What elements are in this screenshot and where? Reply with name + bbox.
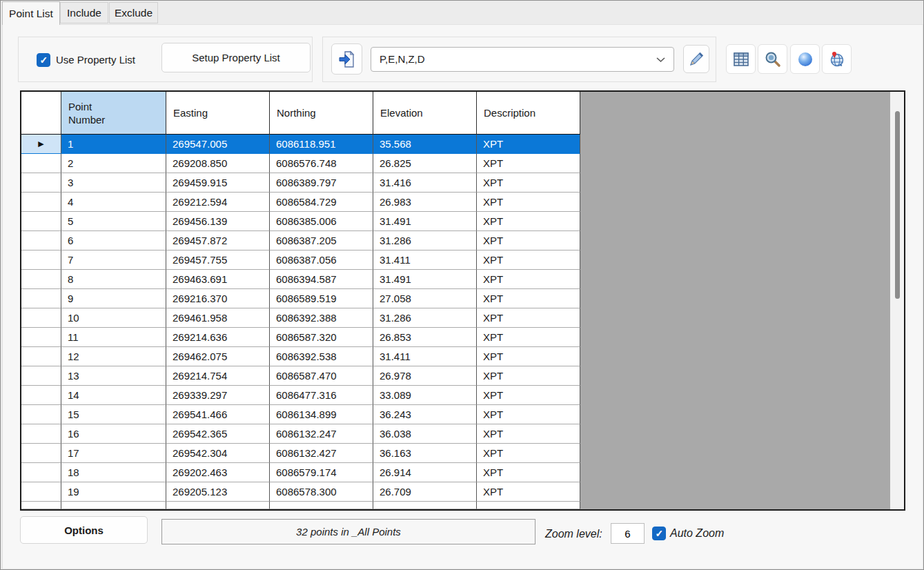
cell-easting[interactable]: 269547.005 [166, 135, 270, 154]
cell-elevation[interactable]: 31.491 [373, 270, 477, 289]
cell-description[interactable]: XPT [477, 347, 580, 366]
cell-elevation[interactable]: 26.853 [373, 328, 477, 347]
import-points-button[interactable] [331, 43, 362, 75]
cell-easting[interactable] [166, 502, 270, 509]
options-button[interactable]: Options [20, 516, 148, 544]
cell-description[interactable]: XPT [477, 405, 580, 424]
row-selector-cell[interactable] [21, 289, 61, 308]
cell-point-number[interactable]: 15 [61, 405, 166, 424]
cell-northing[interactable]: 6086576.748 [270, 154, 373, 173]
cell-northing[interactable]: 6086589.519 [270, 289, 373, 308]
cell-description[interactable]: XPT [477, 231, 580, 250]
tab-exclude[interactable]: Exclude [109, 2, 158, 23]
cell-point-number[interactable]: 13 [61, 366, 166, 386]
row-selector-cell[interactable] [21, 463, 61, 482]
vertical-scrollbar[interactable] [890, 92, 904, 509]
row-selector-cell[interactable] [21, 173, 61, 193]
cell-description[interactable]: XPT [477, 173, 580, 193]
table-row[interactable]: 7269457.7556086387.05631.411XPT [21, 250, 904, 270]
cell-point-number[interactable]: 17 [61, 444, 166, 463]
table-row[interactable]: 4269212.5946086584.72926.983XPT [21, 193, 904, 212]
cell-easting[interactable]: 269212.594 [166, 193, 270, 212]
cell-elevation[interactable]: 31.416 [373, 173, 477, 193]
cell-northing[interactable]: 6086392.538 [270, 347, 373, 366]
auto-zoom-checkbox[interactable] [652, 527, 666, 540]
tab-include[interactable]: Include [60, 2, 108, 23]
cell-description[interactable]: XPT [477, 482, 580, 502]
cell-easting[interactable]: 269457.755 [166, 250, 270, 270]
table-row[interactable]: 13269214.7546086587.47026.978XPT [21, 366, 904, 386]
point-format-dropdown[interactable]: P,E,N,Z,D [371, 47, 674, 72]
cell-easting[interactable]: 269542.304 [166, 444, 270, 463]
cell-northing[interactable]: 6086387.056 [270, 250, 373, 270]
row-selector-cell[interactable] [21, 250, 61, 270]
table-row[interactable]: 8269463.6916086394.58731.491XPT [21, 270, 904, 289]
use-property-list-checkbox[interactable] [37, 53, 50, 67]
tab-point-list[interactable]: Point List [2, 1, 60, 25]
row-selector-cell[interactable] [21, 270, 61, 289]
cell-description[interactable]: XPT [477, 463, 580, 482]
table-row[interactable]: ▶1269547.0056086118.95135.568XPT [21, 135, 904, 154]
cell-northing[interactable]: 6086392.388 [270, 308, 373, 328]
row-selector-cell[interactable] [21, 424, 61, 444]
table-row[interactable]: 9269216.3706086589.51927.058XPT [21, 289, 904, 308]
cell-description[interactable]: XPT [477, 386, 580, 405]
row-selector-cell[interactable] [21, 444, 61, 463]
cell-northing[interactable]: 6086134.899 [270, 405, 373, 424]
cell-northing[interactable]: 6086587.320 [270, 328, 373, 347]
cell-easting[interactable]: 269542.365 [166, 424, 270, 444]
cell-northing[interactable]: 6086587.470 [270, 366, 373, 386]
cell-elevation[interactable]: 31.411 [373, 347, 477, 366]
table-row[interactable]: 19269205.1236086578.30026.709XPT [21, 482, 904, 502]
scrollbar-thumb[interactable] [895, 111, 900, 299]
row-selector-cell[interactable] [21, 154, 61, 173]
cell-point-number[interactable]: 16 [61, 424, 166, 444]
cell-elevation[interactable]: 35.568 [373, 135, 477, 154]
cell-point-number[interactable] [61, 502, 166, 509]
cell-elevation[interactable] [373, 502, 477, 509]
cell-northing[interactable]: 6086389.797 [270, 173, 373, 193]
cell-point-number[interactable]: 11 [61, 328, 166, 347]
cell-easting[interactable]: 269457.872 [166, 231, 270, 250]
table-row[interactable]: 18269202.4636086579.17426.914XPT [21, 463, 904, 482]
table-row[interactable]: 2269208.8506086576.74826.825XPT [21, 154, 904, 173]
row-selector-cell[interactable] [21, 366, 61, 386]
table-row[interactable]: 11269214.6366086587.32026.853XPT [21, 328, 904, 347]
table-row[interactable]: 15269541.4666086134.89936.243XPT [21, 405, 904, 424]
cell-point-number[interactable]: 7 [61, 250, 166, 270]
row-selector-cell[interactable] [21, 386, 61, 405]
row-selector-cell[interactable] [21, 328, 61, 347]
cell-easting[interactable]: 269462.075 [166, 347, 270, 366]
cell-elevation[interactable]: 26.825 [373, 154, 477, 173]
table-row[interactable]: 17269542.3046086132.42736.163XPT [21, 444, 904, 463]
cell-point-number[interactable]: 3 [61, 173, 166, 193]
cell-northing[interactable]: 6086118.951 [270, 135, 373, 154]
table-row[interactable]: 5269456.1396086385.00631.491XPT [21, 212, 904, 231]
zoom-to-points-button[interactable] [758, 44, 787, 74]
cell-easting[interactable]: 269459.915 [166, 173, 270, 193]
cell-description[interactable]: XPT [477, 193, 580, 212]
cell-description[interactable]: XPT [477, 250, 580, 270]
table-row[interactable]: 6269457.8726086387.20531.286XPT [21, 231, 904, 250]
header-row-selector[interactable] [21, 92, 61, 135]
cell-description[interactable]: XPT [477, 328, 580, 347]
cell-elevation[interactable]: 26.914 [373, 463, 477, 482]
cell-elevation[interactable]: 26.983 [373, 193, 477, 212]
row-selector-cell[interactable] [21, 405, 61, 424]
cell-easting[interactable]: 269205.123 [166, 482, 270, 502]
cell-easting[interactable]: 269461.958 [166, 308, 270, 328]
row-selector-cell[interactable] [21, 482, 61, 502]
cell-easting[interactable]: 269456.139 [166, 212, 270, 231]
row-selector-cell[interactable] [21, 347, 61, 366]
row-selector-cell[interactable] [21, 193, 61, 212]
earth-view-button[interactable] [790, 44, 820, 74]
cell-point-number[interactable]: 4 [61, 193, 166, 212]
cell-northing[interactable]: 6086578.300 [270, 482, 373, 502]
edit-format-button[interactable] [683, 45, 709, 73]
cell-description[interactable]: XPT [477, 212, 580, 231]
cell-description[interactable]: XPT [477, 135, 580, 154]
cell-point-number[interactable]: 10 [61, 308, 166, 328]
cell-northing[interactable]: 6086584.729 [270, 193, 373, 212]
cell-point-number[interactable]: 9 [61, 289, 166, 308]
cell-northing[interactable]: 6086387.205 [270, 231, 373, 250]
